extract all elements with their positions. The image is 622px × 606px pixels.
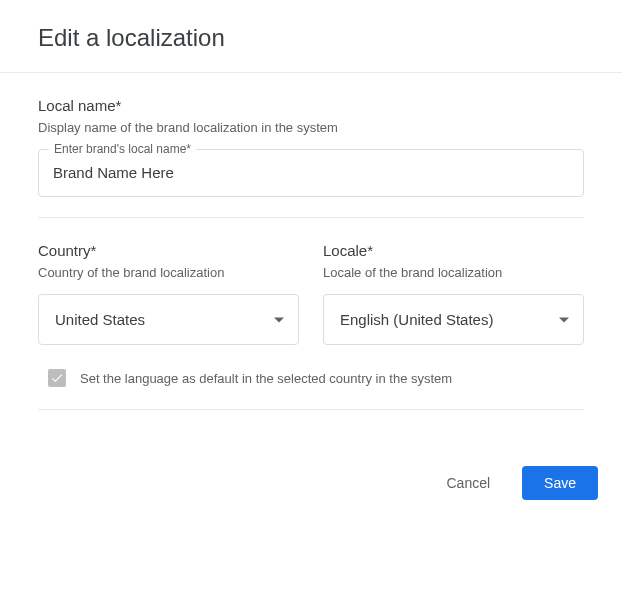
edit-localization-dialog: Edit a localization Local name* Display … [0,0,622,524]
cancel-button[interactable]: Cancel [424,466,512,500]
dialog-body: Local name* Display name of the brand lo… [0,73,622,410]
country-select[interactable]: United States [38,294,299,345]
default-language-label: Set the language as default in the selec… [80,371,452,386]
save-button[interactable]: Save [522,466,598,500]
locale-selected-value: English (United States) [340,311,493,328]
country-label: Country* [38,242,299,259]
local-name-floating-label: Enter brand's local name* [49,142,196,156]
local-name-input[interactable] [53,164,569,181]
caret-down-icon [274,317,284,322]
local-name-field[interactable]: Enter brand's local name* [38,149,584,197]
dialog-title: Edit a localization [38,24,584,52]
default-language-row[interactable]: Set the language as default in the selec… [38,345,584,409]
locale-select[interactable]: English (United States) [323,294,584,345]
local-name-section: Local name* Display name of the brand lo… [38,97,584,197]
dialog-footer: Cancel Save [0,410,622,524]
default-language-checkbox[interactable] [48,369,66,387]
country-section: Country* Country of the brand localizati… [38,242,299,345]
caret-down-icon [559,317,569,322]
locale-section: Locale* Locale of the brand localization… [323,242,584,345]
country-description: Country of the brand localization [38,265,299,280]
country-locale-row: Country* Country of the brand localizati… [38,218,584,345]
locale-label: Locale* [323,242,584,259]
dialog-header: Edit a localization [0,0,622,73]
local-name-label: Local name* [38,97,584,114]
check-icon [50,371,64,385]
country-selected-value: United States [55,311,145,328]
locale-description: Locale of the brand localization [323,265,584,280]
local-name-description: Display name of the brand localization i… [38,120,584,135]
